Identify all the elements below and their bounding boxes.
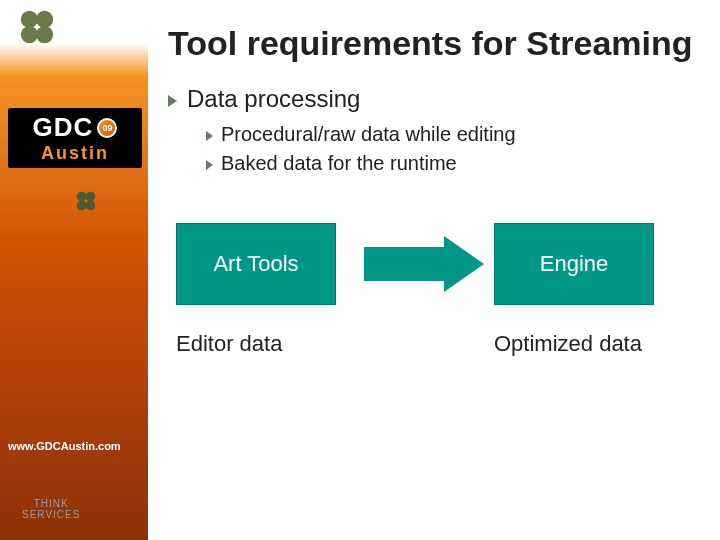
gdc-city: Austin	[41, 143, 109, 164]
think-label-2: SERVICES	[22, 509, 80, 520]
content-area: Tool requirements for Streaming Data pro…	[148, 0, 720, 540]
svg-point-2	[21, 26, 38, 43]
diagram-label-right: Optimized data	[494, 331, 694, 357]
spacer	[376, 331, 494, 357]
shamrock-icon	[18, 8, 56, 46]
think-services-logo: THINK SERVICES	[22, 498, 80, 520]
chevron-right-icon	[168, 95, 177, 107]
footer-url: www.GDCAustin.com	[8, 440, 121, 452]
diagram-labels: Editor data Optimized data	[168, 331, 694, 357]
shamrock-icon	[75, 190, 97, 212]
svg-point-1	[36, 11, 53, 28]
chevron-right-icon	[206, 131, 213, 141]
svg-point-7	[85, 200, 95, 210]
gdc-year-badge: 09	[97, 118, 117, 138]
diagram-box-right: Engine	[494, 223, 654, 305]
slide-title: Tool requirements for Streaming	[168, 24, 694, 63]
think-label-1: THINK	[22, 498, 80, 509]
diagram-label-left: Editor data	[176, 331, 376, 357]
diagram: Art Tools Engine	[168, 223, 694, 305]
gdc-logo: GDC 09 Austin	[8, 108, 142, 168]
bullet-level-2: Baked data for the runtime	[206, 152, 694, 175]
bullet-l2a-text: Procedural/raw data while editing	[221, 123, 516, 146]
svg-point-4	[77, 192, 87, 202]
bullet-l1-text: Data processing	[187, 85, 360, 113]
sidebar: GDC 09 Austin www.GDCAustin.com THINK SE…	[0, 0, 148, 540]
arrow-right-icon	[364, 236, 484, 292]
bullet-level-2: Procedural/raw data while editing	[206, 123, 694, 146]
svg-point-3	[36, 26, 53, 43]
svg-point-0	[21, 11, 38, 28]
chevron-right-icon	[206, 160, 213, 170]
diagram-box-left: Art Tools	[176, 223, 336, 305]
slide: GDC 09 Austin www.GDCAustin.com THINK SE…	[0, 0, 720, 540]
bullet-level-1: Data processing	[168, 85, 694, 113]
bullet-l2b-text: Baked data for the runtime	[221, 152, 457, 175]
svg-point-6	[77, 200, 87, 210]
svg-point-5	[85, 192, 95, 202]
gdc-logo-text: GDC	[33, 112, 94, 143]
